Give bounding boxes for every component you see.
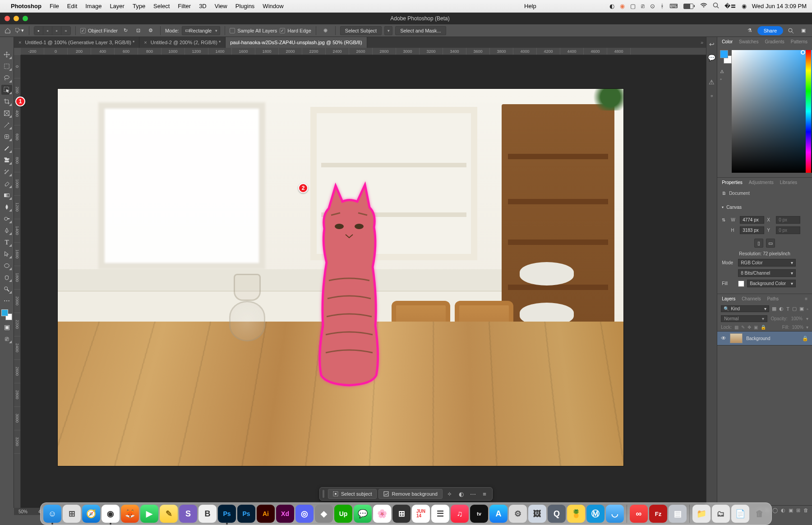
layer-filter-dropdown[interactable]: 🔍Kind▾ [721,305,769,312]
quick-mask-icon[interactable]: ▣ [1,322,12,332]
dock-app-firefox[interactable]: 🦊 [121,505,139,523]
sample-all-layers-toggle[interactable]: Sample All Layers [230,28,277,33]
home-icon[interactable] [4,27,12,35]
lock-position-icon[interactable]: ✥ [747,325,751,330]
layer-row[interactable]: 👁 Background 🔒 [717,331,812,345]
workspace-icon[interactable]: ▣ [798,26,808,35]
dock-app-generic-b[interactable]: B [198,505,217,523]
history-panel-icon[interactable]: ↩ [709,41,715,48]
dock-app-generic-grey2[interactable]: ▤ [669,505,687,523]
dock-app-discord[interactable]: ◎ [295,505,314,523]
filter-shape-icon[interactable]: ▢ [792,306,797,312]
menu-image[interactable]: Image [85,3,102,9]
search-icon[interactable] [786,26,796,35]
document-tab[interactable]: ×Untitled-1 @ 100% (Generative Layer 3, … [14,37,139,48]
menu-edit[interactable]: Edit [67,3,77,9]
info-panel-icon[interactable]: ▫ [710,92,713,99]
canvas-area[interactable] [21,55,706,508]
tab-channels[interactable]: Channels [742,296,761,301]
menu-help[interactable]: Help [524,3,536,9]
menu-layer[interactable]: Layer [110,3,125,9]
subtract-selection-icon[interactable]: ▫ [52,27,61,35]
more-tools-icon[interactable]: ⋯ [1,296,12,306]
cc-status-icon[interactable]: ◉ [620,3,625,9]
screen-mode-icon[interactable]: ⎚ [1,334,12,344]
lock-paint-icon[interactable]: ✎ [741,325,745,330]
intersect-selection-icon[interactable]: ▫ [61,27,70,35]
dock-app-notes[interactable]: ✎ [160,505,178,523]
eyedropper-tool-icon[interactable] [1,120,12,130]
spotlight-icon[interactable] [713,2,719,10]
blur-tool-icon[interactable] [1,202,12,212]
shape-tool-icon[interactable] [1,261,12,271]
orientation-portrait-icon[interactable]: ▯ [754,239,763,248]
type-tool-icon[interactable]: T [1,237,12,247]
transform-icon[interactable]: ✧ [444,489,454,499]
blend-mode-dropdown[interactable]: Normal▾ [721,315,767,322]
tab-paths[interactable]: Paths [767,296,779,301]
hard-edge-toggle[interactable]: Hard Edge [280,28,311,33]
dock-app-filezilla[interactable]: Fz [649,505,667,523]
lasso-tool-icon[interactable] [1,73,12,83]
dock-app-finder[interactable]: ☺ [43,505,61,523]
move-tool-icon[interactable] [1,50,12,60]
zoom-tool-icon[interactable] [1,284,12,294]
siri-icon[interactable]: ◉ [742,3,747,9]
tab-adjustments[interactable]: Adjustments [749,180,774,185]
dock-folder-documents[interactable]: 🗂 [712,505,730,523]
menu-select[interactable]: Select [153,3,170,9]
selected-object-cat[interactable] [304,177,394,384]
lock-artboard-icon[interactable]: ▣ [754,325,758,330]
minimize-window-icon[interactable] [14,16,19,21]
fg-color-swatch[interactable] [1,309,8,316]
battery-icon[interactable] [683,4,695,9]
document-tab[interactable]: paul-hanaoka-w2DsS-ZAP4U-unsplash.jpg @ … [226,37,367,48]
dock-app-facetime[interactable]: ▶ [140,505,158,523]
lock-all-icon[interactable]: 🔒 [761,325,766,330]
menu-window[interactable]: Window [263,3,283,9]
height-field[interactable]: 3183 px [740,226,764,234]
dock-app-upwork[interactable]: Up [334,505,352,523]
fill-dropdown[interactable]: Background Color▾ [747,280,796,287]
select-subject-dropdown[interactable] [384,26,392,35]
dock-app-preview[interactable]: 🖼 [528,505,546,523]
locked-icon[interactable]: 🔒 [802,336,808,341]
dock-app-photos[interactable]: 🌸 [373,505,391,523]
fill-field[interactable]: 100% [792,325,803,330]
y-field[interactable]: 0 px [776,226,800,234]
pen-tool-icon[interactable] [1,226,12,235]
dock-app-generic-grey[interactable]: ◆ [315,505,333,523]
mode-dropdown[interactable]: ▭ Rectangle [182,26,221,35]
dodge-tool-icon[interactable] [1,214,12,224]
canvas-section[interactable]: Canvas [717,202,812,212]
comments-panel-icon[interactable]: 💬 [708,54,715,61]
drag-handle-icon[interactable] [323,490,324,498]
folder-icon[interactable]: ▢ [630,3,636,9]
dock-app-chrome[interactable]: ◉ [102,505,120,523]
document-canvas[interactable] [58,89,623,466]
dock-folder-downloads[interactable]: 📁 [692,505,710,523]
gradient-tool-icon[interactable] [1,190,12,200]
dock-app-xd[interactable]: Xd [276,505,294,523]
dock-app-generic-blue[interactable]: ◡ [606,505,624,523]
color-mode-dropdown[interactable]: RGB Color▾ [738,259,796,267]
properties-icon[interactable]: ≡ [480,489,489,499]
clone-stamp-tool-icon[interactable] [1,155,12,165]
adjustment-icon[interactable]: ◐ [456,489,466,499]
filter-type-icon[interactable]: T [786,306,789,312]
dock-folder-generic[interactable]: 📄 [731,505,749,523]
hand-tool-icon[interactable] [1,272,12,282]
document-tab[interactable]: ×Untitled-2 @ 200% (2, RGB/8) * [139,37,226,48]
eraser-tool-icon[interactable] [1,179,12,189]
new-selection-icon[interactable]: ▪ [34,27,43,35]
menubar-clock[interactable]: Wed Jun 14 3:09 PM [752,3,807,9]
tab-properties[interactable]: Properties [722,180,743,185]
width-field[interactable]: 4774 px [740,216,764,224]
add-selection-icon[interactable]: ▫ [43,27,52,35]
bluetooth-icon[interactable]: ᚼ [660,3,664,9]
dock-app-tv[interactable]: tv [470,505,488,523]
close-icon[interactable]: × [18,40,21,45]
panel-menu-icon[interactable]: ≡ [805,296,807,301]
menu-file[interactable]: File [50,3,59,9]
sync-status-icon[interactable]: ◐ [609,3,614,9]
